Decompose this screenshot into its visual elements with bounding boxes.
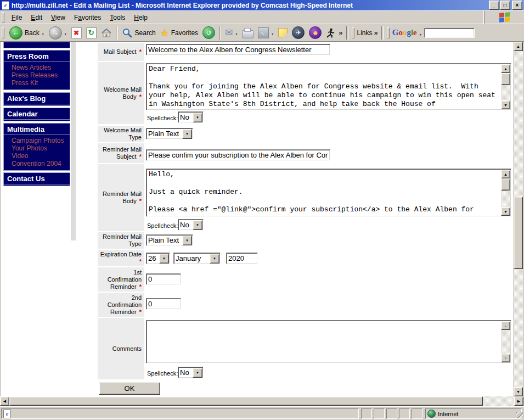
mail-dropdown-caret[interactable] [235, 29, 238, 37]
label-welcome-mail-body: Welcome Mail Body * [98, 62, 144, 124]
reminder-mail-type-select[interactable]: Plain Text [146, 234, 193, 246]
sidebar-item-convention-2004[interactable]: Convention 2004 [4, 160, 70, 167]
sidebar-item-press-room[interactable]: Press Room [4, 51, 70, 62]
spellcheck-label: Spellcheck: [147, 115, 178, 121]
required-marker: * [139, 283, 142, 290]
sidebar-item-calendar[interactable]: Calendar [4, 108, 70, 120]
vertical-scroll-thumb[interactable] [514, 197, 523, 269]
google-letter: g [407, 28, 411, 37]
scroll-up-button[interactable]: ▲ [501, 64, 510, 73]
print-button[interactable] [240, 25, 256, 41]
dropdown-button[interactable] [159, 254, 169, 264]
menu-file[interactable]: File [7, 12, 26, 23]
dropdown-button[interactable] [193, 368, 202, 378]
scroll-track[interactable] [501, 191, 510, 207]
toolbar-separator [346, 26, 348, 40]
scroll-right-button[interactable]: ▶ [514, 396, 523, 406]
menu-edit[interactable]: Edit [26, 12, 47, 23]
google-drag-grip[interactable] [387, 27, 390, 38]
mail-button[interactable]: ✉ [223, 25, 240, 41]
yahoo-smiley-icon: ☻ [309, 26, 322, 39]
dropdown-button[interactable] [182, 236, 192, 245]
first-confirmation-reminder-input[interactable] [146, 273, 181, 285]
select-value: 26 [147, 254, 159, 262]
stop-button[interactable]: ✖ [69, 25, 84, 41]
scroll-down-button[interactable]: ▼ [514, 387, 523, 396]
forward-dropdown-caret[interactable] [64, 29, 67, 37]
menu-help[interactable]: Help [129, 12, 152, 23]
scroll-down-button[interactable]: ▼ [501, 207, 510, 216]
sidebar-item-alexs-blog[interactable]: Alex's Blog [4, 93, 70, 104]
edit-button[interactable]: ↔ [256, 25, 276, 41]
comments-textarea[interactable] [146, 320, 511, 363]
scroll-thumb[interactable] [501, 73, 510, 85]
scroll-up-button[interactable]: ▲ [514, 42, 523, 51]
google-dropdown-caret[interactable] [419, 28, 422, 38]
expiration-year-input[interactable] [226, 253, 258, 264]
sidebar-item-multimedia[interactable]: Multimedia [4, 124, 70, 135]
welcome-mail-type-select[interactable]: Plain Text [146, 128, 193, 139]
links-overflow-chevron[interactable]: » [373, 29, 380, 37]
google-logo[interactable]: Google [392, 28, 417, 37]
sidebar-item-press-releases[interactable]: Press Releases [4, 71, 70, 79]
links-drag-grip[interactable] [352, 27, 354, 38]
sidebar-item-your-photos[interactable]: Your Photos [4, 144, 70, 152]
dropdown-button[interactable] [210, 254, 219, 264]
sidebar-item-press-kit[interactable]: Press Kit [4, 79, 70, 87]
edit-dropdown-caret[interactable] [271, 29, 274, 37]
toolbar-drag-grip[interactable] [2, 27, 4, 38]
history-button[interactable]: ↺ [200, 25, 217, 41]
toolbar-overflow-chevron[interactable]: » [337, 29, 344, 37]
google-search-input[interactable] [424, 28, 475, 38]
comments-spellcheck-select[interactable]: No [178, 367, 204, 378]
forward-button[interactable]: → [47, 25, 69, 41]
select-value: No [178, 221, 192, 229]
scroll-down-button[interactable]: ▼ [501, 100, 510, 109]
popup-blocker-button[interactable]: ✈ [290, 25, 307, 41]
ok-button[interactable]: OK [99, 382, 160, 395]
notes-button[interactable] [276, 25, 290, 41]
reminder-mail-subject-input[interactable] [146, 149, 330, 161]
minimize-button[interactable]: _ [489, 1, 499, 10]
expiration-day-select[interactable]: 26 [146, 253, 170, 264]
search-button[interactable]: Search [120, 25, 158, 41]
expiration-month-select[interactable]: January [173, 253, 221, 264]
menu-view[interactable]: View [47, 12, 70, 23]
refresh-button[interactable]: ↻ [84, 25, 99, 41]
resize-grip[interactable] [516, 412, 523, 418]
maximize-button[interactable]: □ [500, 1, 510, 10]
dropdown-button[interactable] [182, 129, 192, 139]
select-value: January [174, 254, 209, 262]
welcome-mail-body-textarea[interactable]: Dear Friend, Thank you for joining the A… [146, 63, 511, 110]
reminder-mail-body-textarea[interactable]: Hello, Just a quick reminder. Please <a … [146, 169, 511, 217]
sidebar-item-video[interactable]: Video [4, 152, 70, 160]
yahoo-messenger-button[interactable]: ☻ [307, 25, 324, 41]
sidebar-item-campaign-photos[interactable]: Campaign Photos [4, 137, 70, 144]
dropdown-button[interactable] [193, 220, 202, 230]
aim-button[interactable] [324, 25, 337, 41]
menu-tools[interactable]: Tools [105, 12, 129, 23]
title-bar[interactable]: e http://multi.zill.net - Edit a Mailing… [0, 0, 524, 10]
reminder-body-spellcheck-select[interactable]: No [178, 219, 204, 231]
scroll-left-button[interactable]: ◀ [0, 396, 9, 406]
dropdown-button[interactable] [193, 113, 202, 122]
scroll-up-button[interactable]: ▲ [501, 170, 510, 178]
menu-drag-grip[interactable] [2, 12, 4, 23]
scroll-thumb[interactable] [501, 178, 510, 191]
menu-favorites[interactable]: Favorites [70, 12, 105, 23]
mail-subject-input[interactable] [146, 44, 330, 55]
second-confirmation-reminder-input[interactable] [146, 298, 181, 310]
favorites-button[interactable]: ★ Favorites [158, 25, 201, 41]
menu-text: vorites [82, 14, 101, 21]
sidebar-item-contact-us[interactable]: Contact Us [4, 173, 70, 184]
close-button[interactable]: × [512, 1, 522, 10]
welcome-body-spellcheck-select[interactable]: No [178, 111, 204, 123]
home-button[interactable] [99, 25, 114, 41]
back-dropdown-caret[interactable] [42, 29, 44, 37]
required-marker: * [139, 48, 142, 55]
back-button[interactable]: ← Back [7, 25, 47, 41]
favorites-star-icon: ★ [160, 27, 169, 39]
horizontal-scroll-thumb[interactable] [9, 396, 483, 406]
sidebar-item-news-articles[interactable]: News Articles [4, 64, 70, 71]
scroll-track[interactable] [501, 85, 510, 100]
